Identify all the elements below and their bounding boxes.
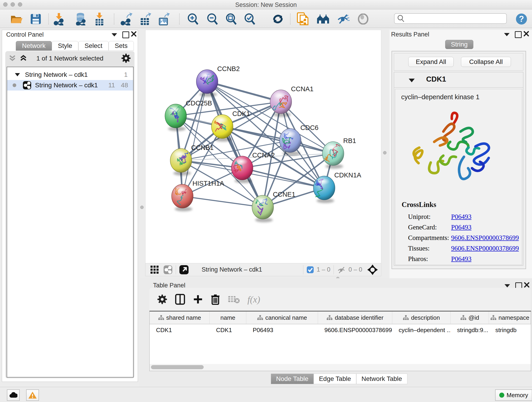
import-network-database-button[interactable] xyxy=(74,13,87,26)
tab-string[interactable]: String xyxy=(445,40,473,49)
string-results-container: Expand All Collapse All CDK1 cyclin–depe… xyxy=(392,51,526,269)
crosslink-label: Uniprot: xyxy=(408,213,431,220)
tab-node-table[interactable]: Node Table xyxy=(271,374,314,384)
network-node-CDC6[interactable]: CDC6 xyxy=(279,124,318,156)
import-network-file-button[interactable] xyxy=(53,13,65,26)
expand-collapse-row: Expand All Collapse All xyxy=(394,53,523,70)
clone-network-button[interactable] xyxy=(296,13,309,26)
tab-style[interactable]: Style xyxy=(52,41,78,51)
table-cell[interactable]: cyclin–dependent ... xyxy=(392,324,451,334)
show-all-networks-button[interactable] xyxy=(317,13,329,26)
results-panel-close-button[interactable] xyxy=(523,31,529,38)
table-options-button[interactable] xyxy=(157,294,167,304)
zoom-fit-button[interactable] xyxy=(225,13,238,26)
column-header-shared-name[interactable]: shared name xyxy=(150,312,210,324)
section-collapse-caret[interactable] xyxy=(409,79,415,82)
results-panel-float-button[interactable] xyxy=(504,33,510,37)
export-table-button[interactable] xyxy=(139,13,152,26)
table-cell[interactable]: CDK1 xyxy=(210,324,246,334)
show-columns-button[interactable] xyxy=(175,294,185,305)
table-cell[interactable]: CDK1 xyxy=(150,324,210,334)
expand-all-button[interactable]: Expand All xyxy=(408,57,454,67)
help-button[interactable]: ? xyxy=(515,13,528,26)
network-node-RB1[interactable]: RB1 xyxy=(322,137,356,169)
network-collection-row[interactable]: String Network – cdk1 1 xyxy=(7,70,133,80)
zoom-selected-button[interactable] xyxy=(243,13,256,26)
zoom-out-button[interactable] xyxy=(206,13,219,26)
tab-network[interactable]: Network xyxy=(16,41,52,51)
left-splitter-handle[interactable] xyxy=(140,206,144,209)
refresh-view-button[interactable] xyxy=(272,13,284,26)
control-panel-close-button[interactable] xyxy=(131,31,137,38)
network-options-button[interactable] xyxy=(121,53,131,64)
hide-selected-button[interactable] xyxy=(337,13,350,26)
title-bar: Session: New Session xyxy=(0,0,532,9)
grid-view-icon[interactable] xyxy=(151,266,159,274)
memory-button[interactable]: Memory xyxy=(495,389,532,401)
application-window: Session: New Session xyxy=(0,0,532,402)
delete-columns-button[interactable] xyxy=(211,294,220,305)
table-cell[interactable]: stringdb xyxy=(489,324,531,334)
network-edge[interactable] xyxy=(182,196,263,207)
column-header-description[interactable]: description xyxy=(392,312,451,324)
crosslink-value-link[interactable]: 9606.ENSP00000378699 xyxy=(451,245,519,252)
network-node-CDKN1A[interactable]: CDKN1A xyxy=(313,172,361,203)
network-edge[interactable] xyxy=(207,82,263,207)
tab-network-table[interactable]: Network Table xyxy=(356,374,407,384)
table-row[interactable]: CDK1CDK1P064939606.ENSP00000378699cyclin… xyxy=(150,324,531,334)
warnings-button[interactable] xyxy=(26,389,39,401)
export-network-icon xyxy=(120,13,133,26)
selected-checkbox-icon[interactable] xyxy=(307,266,314,274)
table-cell[interactable]: 9606.ENSP00000378699 xyxy=(318,324,392,334)
export-network-button[interactable] xyxy=(120,13,133,26)
import-table-button[interactable] xyxy=(93,13,106,26)
tab-sets[interactable]: Sets xyxy=(109,41,134,51)
network-edge[interactable] xyxy=(182,82,207,196)
network-node-HIST1H1A[interactable]: HIST1H1A xyxy=(172,180,224,211)
right-splitter-handle[interactable] xyxy=(383,151,386,154)
birdseye-navigator-icon[interactable] xyxy=(367,264,378,275)
crosslink-value-link[interactable]: P06493 xyxy=(451,223,472,231)
network-share-icon xyxy=(23,81,32,89)
results-panel-maximize-button[interactable] xyxy=(515,31,522,38)
network-row-selected[interactable]: String Network – cdk1 11 48 xyxy=(7,80,133,90)
table-horizontal-scrollbar[interactable] xyxy=(149,364,531,371)
network-view-toolbar: String Network – cdk1 1 – 0 0 – 0 xyxy=(145,263,381,276)
network-node-CDK1[interactable]: CDK1 xyxy=(211,110,250,142)
network-view-share-icon[interactable] xyxy=(163,265,172,274)
crosslink-value-link[interactable]: P06493 xyxy=(451,255,472,263)
open-view-icon[interactable] xyxy=(179,265,189,274)
results-panel: Results Panel String Expand All Collapse… xyxy=(389,30,532,278)
network-view-title: String Network – cdk1 xyxy=(202,266,262,273)
column-header-label: description xyxy=(411,314,440,321)
column-header-namespace[interactable]: namespace xyxy=(489,312,531,324)
column-header-name[interactable]: name xyxy=(210,312,246,324)
collapse-all-button[interactable]: Collapse All xyxy=(461,57,511,67)
open-session-button[interactable] xyxy=(10,13,23,26)
control-panel-maximize-button[interactable] xyxy=(122,32,129,38)
network-node-CCNB1[interactable]: CCNB1 xyxy=(170,144,214,176)
collection-expand-caret[interactable] xyxy=(15,73,20,76)
cloud-button[interactable] xyxy=(7,389,20,401)
table-cell[interactable]: P06493 xyxy=(246,324,318,334)
tab-edge-table[interactable]: Edge Table xyxy=(314,374,356,384)
show-hidden-button[interactable] xyxy=(357,13,370,26)
network-node-CCNE1[interactable]: CCNE1 xyxy=(252,191,295,222)
zoom-in-button[interactable] xyxy=(186,13,199,26)
crosslink-value-link[interactable]: P06493 xyxy=(451,213,472,220)
create-column-button[interactable] xyxy=(193,294,203,304)
node-label: CCNB1 xyxy=(191,144,214,151)
column-header-database-identifier[interactable]: database identifier xyxy=(318,312,392,324)
hidden-counter: 0 – 0 xyxy=(348,266,362,273)
control-panel-float-button[interactable] xyxy=(112,33,117,37)
scrollbar-thumb[interactable] xyxy=(151,365,204,369)
save-session-button[interactable] xyxy=(29,13,42,26)
tab-select[interactable]: Select xyxy=(78,41,109,51)
crosslink-value-link[interactable]: 9606.ENSP00000378699 xyxy=(451,234,519,242)
column-header-canonical-name[interactable]: canonical name xyxy=(246,312,318,324)
table-cell[interactable]: stringdb:9... xyxy=(451,324,489,334)
column-header--id[interactable]: @id xyxy=(451,312,489,324)
export-image-button[interactable] xyxy=(158,13,171,26)
search-input[interactable] xyxy=(405,15,502,22)
network-canvas[interactable]: CCNB2CCNA1CDC25BCDK1CDC6RB1CCNB1CCNA2CDK… xyxy=(145,30,381,264)
